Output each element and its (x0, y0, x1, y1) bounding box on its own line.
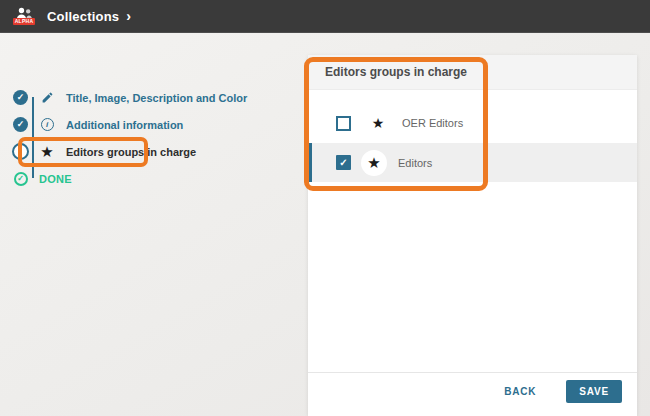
group-label: OER Editors (402, 117, 463, 129)
info-icon: i (38, 118, 56, 131)
top-bar: ALPHA Collections › (0, 0, 650, 33)
step-done-icon: ✓ (14, 172, 28, 186)
app-logo[interactable]: ALPHA (10, 7, 38, 25)
checkbox-oer-editors[interactable] (336, 116, 351, 131)
stepper-label: Editors groups in charge (66, 146, 196, 158)
app-window: ALPHA Collections › ✓ Title, Image, Desc… (0, 0, 650, 416)
step-completed-icon: ✓ (13, 117, 28, 132)
group-label: Editors (398, 157, 432, 169)
editors-groups-panel: Editors groups in charge ★ OER Editors ✓… (308, 55, 637, 416)
back-button[interactable]: BACK (504, 386, 536, 397)
stepper-label: Title, Image, Description and Color (66, 92, 247, 104)
breadcrumb-collections[interactable]: Collections (47, 9, 119, 24)
wizard-stepper: ✓ Title, Image, Description and Color ✓ … (12, 84, 302, 192)
stepper-label: Additional information (66, 119, 183, 131)
checkbox-editors[interactable]: ✓ (336, 155, 351, 170)
star-icon: ★ (38, 144, 56, 159)
stepper-item-done[interactable]: ✓ DONE (12, 165, 302, 192)
stepper-item-additional-info[interactable]: ✓ i Additional information (12, 111, 302, 138)
panel-header: Editors groups in charge (308, 55, 637, 90)
star-icon: ★ (361, 150, 387, 176)
step-active-icon (12, 143, 29, 160)
star-icon: ★ (365, 116, 391, 130)
panel-title: Editors groups in charge (325, 65, 467, 79)
save-button[interactable]: SAVE (566, 380, 622, 403)
panel-footer: BACK SAVE (504, 380, 622, 403)
stepper-item-editors-groups[interactable]: ★ Editors groups in charge (12, 138, 302, 165)
step-completed-icon: ✓ (13, 90, 28, 105)
chevron-right-icon: › (126, 9, 131, 23)
alpha-badge: ALPHA (13, 18, 36, 25)
pencil-icon (38, 91, 56, 104)
footer-divider (308, 372, 637, 373)
group-row-oer-editors[interactable]: ★ OER Editors (308, 105, 637, 141)
group-row-editors[interactable]: ✓ ★ Editors (308, 143, 637, 182)
stepper-label: DONE (39, 173, 72, 185)
stepper-item-title-image[interactable]: ✓ Title, Image, Description and Color (12, 84, 302, 111)
